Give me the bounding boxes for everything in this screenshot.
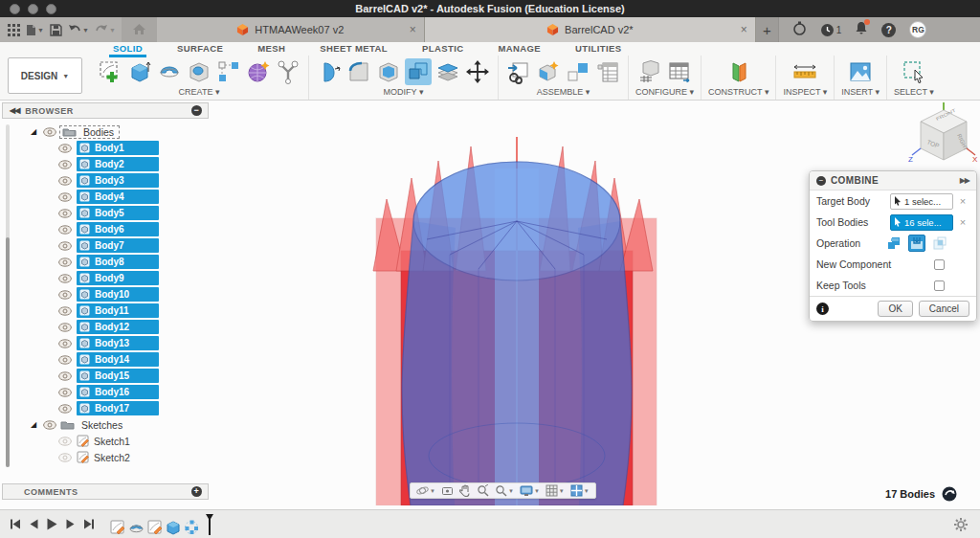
new-component-checkbox[interactable] <box>934 259 945 270</box>
visibility-eye-icon[interactable] <box>58 290 72 300</box>
new-tab-button[interactable]: + <box>756 17 779 42</box>
configure-icon[interactable] <box>636 58 663 85</box>
extrude-icon[interactable] <box>126 58 153 85</box>
settings-gear-icon[interactable] <box>953 517 969 532</box>
extensions-icon[interactable] <box>792 21 807 39</box>
visibility-eye-icon[interactable] <box>58 355 72 365</box>
visibility-eye-icon[interactable] <box>43 127 56 137</box>
create-group-dropdown[interactable]: CREATE ▾ <box>179 87 220 97</box>
pan-icon[interactable] <box>457 484 473 497</box>
selection-set-icon[interactable] <box>942 486 957 502</box>
bodies-folder-row[interactable]: ◢ Bodies <box>0 123 220 140</box>
construction-plane-icon[interactable] <box>725 58 752 85</box>
extrude-feature-icon[interactable] <box>166 519 181 535</box>
visibility-eye-icon[interactable] <box>58 388 72 397</box>
body-row[interactable]: Body1 <box>0 140 220 156</box>
pattern-icon[interactable] <box>215 58 242 85</box>
clear-selection-icon[interactable]: × <box>956 216 969 228</box>
body-row[interactable]: Body7 <box>0 237 220 254</box>
bom-icon[interactable] <box>594 58 621 85</box>
body-row[interactable]: Body17 <box>0 400 220 416</box>
body-row[interactable]: Body12 <box>0 319 220 335</box>
undo-icon[interactable]: ▼ <box>68 24 89 35</box>
comments-panel-header[interactable]: COMMENTS + <box>2 483 209 500</box>
panel-options-icon[interactable]: − <box>191 105 202 116</box>
browser-panel-header[interactable]: ◀◀ BROWSER − <box>2 102 209 119</box>
dialog-expand-icon[interactable]: ▶▶ <box>960 176 969 185</box>
step-forward-icon[interactable] <box>66 519 75 529</box>
selected-body-chip[interactable]: Body5 <box>77 206 159 220</box>
selected-body-chip[interactable]: Body1 <box>77 141 159 155</box>
visibility-eye-icon[interactable] <box>58 241 72 251</box>
expand-arrow-icon[interactable]: ◢ <box>31 420 39 429</box>
selected-body-chip[interactable]: Body8 <box>77 255 159 269</box>
keep-tools-checkbox[interactable] <box>934 280 945 291</box>
body-row[interactable]: Body8 <box>0 254 220 270</box>
visibility-eye-icon[interactable] <box>58 209 72 218</box>
ribbon-tab[interactable]: SURFACE <box>160 43 240 56</box>
hole-icon[interactable] <box>186 58 212 85</box>
target-body-selection-button[interactable]: 1 selec... <box>890 193 953 210</box>
selected-body-chip[interactable]: Body17 <box>77 401 159 415</box>
skip-start-icon[interactable] <box>10 519 21 529</box>
tool-bodies-selection-button[interactable]: 16 sele... <box>890 214 953 231</box>
viewcube[interactable]: FRONT TOP RIGHT Z X <box>905 101 980 177</box>
selected-body-chip[interactable]: Body7 <box>77 238 159 253</box>
cut-operation-icon[interactable] <box>908 235 925 252</box>
viewports-icon[interactable]: ▼ <box>568 484 591 497</box>
grid-settings-icon[interactable]: ▼ <box>544 484 567 497</box>
selected-body-chip[interactable]: Body2 <box>77 157 159 171</box>
zoom-window-icon[interactable] <box>475 484 491 497</box>
visibility-eye-icon[interactable] <box>58 323 72 332</box>
combine-dialog-header[interactable]: − COMBINE ▶▶ <box>810 171 976 191</box>
cancel-button[interactable]: Cancel <box>919 301 969 317</box>
modify-group-dropdown[interactable]: MODIFY ▾ <box>384 87 424 97</box>
body-row[interactable]: Body15 <box>0 368 220 384</box>
body-row[interactable]: Body5 <box>0 205 220 221</box>
measure-icon[interactable] <box>791 58 818 85</box>
redo-icon[interactable]: ▼ <box>95 24 116 35</box>
construct-group-dropdown[interactable]: CONSTRUCT ▾ <box>708 87 768 97</box>
skip-end-icon[interactable] <box>83 519 95 529</box>
visibility-eye-icon[interactable] <box>58 144 72 153</box>
insert-group-dropdown[interactable]: INSERT ▾ <box>841 87 880 97</box>
save-icon[interactable] <box>50 24 62 36</box>
canvas-icon[interactable] <box>847 58 874 85</box>
move-icon[interactable] <box>464 58 491 85</box>
combine-icon[interactable] <box>405 58 432 85</box>
shell-icon[interactable] <box>375 58 402 85</box>
selected-body-chip[interactable]: Body11 <box>77 303 159 318</box>
intersect-operation-icon[interactable] <box>931 235 948 252</box>
barrel-model[interactable] <box>364 113 662 505</box>
fillet-icon[interactable] <box>345 58 372 85</box>
visibility-eye-icon[interactable] <box>58 160 72 169</box>
document-tab-htmaaweek07[interactable]: HTMAAWeek07 v2 × <box>157 17 425 42</box>
bodies-folder-selection[interactable]: Bodies <box>60 126 119 138</box>
ribbon-tab[interactable]: SOLID <box>96 43 160 56</box>
selected-body-chip[interactable]: Body12 <box>77 320 159 334</box>
sketch-feature-icon[interactable] <box>110 519 125 535</box>
orbit-icon[interactable]: ▼ <box>414 484 437 497</box>
job-status-icon[interactable]: 1 <box>820 23 842 37</box>
ribbon-tab[interactable]: UTILITIES <box>558 43 638 56</box>
sketch-feature-icon-2[interactable] <box>147 519 163 535</box>
new-component-icon[interactable] <box>535 58 562 85</box>
playhead-marker[interactable] <box>204 514 215 535</box>
body-row[interactable]: Body10 <box>0 286 220 303</box>
notifications-icon[interactable] <box>855 21 868 39</box>
body-row[interactable]: Body6 <box>0 221 220 237</box>
generative-icon[interactable] <box>275 58 301 85</box>
revolve-feature-icon[interactable] <box>128 519 145 535</box>
configure-group-dropdown[interactable]: CONFIGURE ▾ <box>635 87 694 97</box>
document-tab-barrelcad[interactable]: BarrelCAD v2* × <box>425 17 756 42</box>
visibility-eye-off-icon[interactable] <box>58 437 72 446</box>
pattern-feature-icon[interactable] <box>184 519 199 535</box>
revolve-icon[interactable] <box>156 58 183 85</box>
clear-selection-icon[interactable]: × <box>956 195 969 207</box>
sketch-row[interactable]: Sketch1 <box>0 433 220 449</box>
file-menu-icon[interactable]: ▼ <box>26 24 44 36</box>
sketch-row[interactable]: Sketch2 <box>0 449 220 465</box>
selected-body-chip[interactable]: Body10 <box>77 287 159 302</box>
inspect-group-dropdown[interactable]: INSPECT ▾ <box>783 87 827 97</box>
press-pull-icon[interactable] <box>316 58 343 85</box>
